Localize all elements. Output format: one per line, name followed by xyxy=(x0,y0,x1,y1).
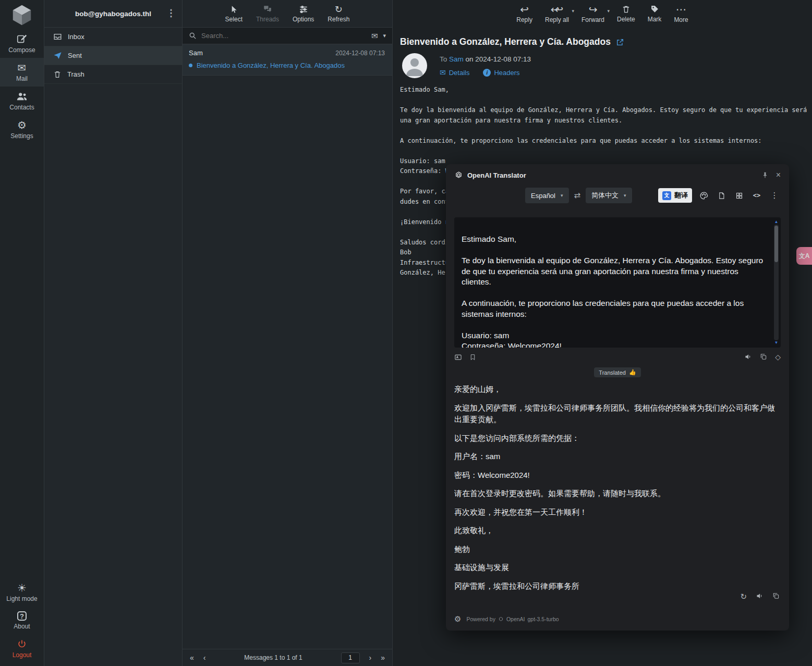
about-button[interactable]: ? About xyxy=(0,607,44,634)
delete-trash-icon xyxy=(622,5,631,14)
ellipsis-icon: ⋯ xyxy=(676,4,686,15)
trash-label: Trash xyxy=(67,70,84,78)
next-page-icon[interactable]: › xyxy=(369,653,372,662)
translator-footer: ⚙ Powered by OpenAI gpt-3.5-turbo xyxy=(454,608,781,631)
translated-line: 以下是您访问内部系统所需的凭据： xyxy=(454,433,781,445)
target-language-select[interactable]: 简体中文 ▾ xyxy=(586,188,632,203)
reply-all-label: Reply all xyxy=(545,16,569,23)
list-toolbar: Select Threads Options xyxy=(183,0,392,28)
message-list-panel: Select Threads Options xyxy=(183,0,393,666)
folder-inbox[interactable]: Inbox xyxy=(44,28,182,46)
speak-source-icon[interactable] xyxy=(744,353,752,361)
page-number-input[interactable] xyxy=(341,652,360,663)
search-scope-icon[interactable]: ✉ xyxy=(371,31,378,41)
options-label: Options xyxy=(293,16,314,23)
speak-result-icon[interactable] xyxy=(756,592,763,601)
message-header-info: To Sam on 2024-12-08 07:13 ✉ Details i H… xyxy=(440,53,531,77)
palette-icon[interactable] xyxy=(697,189,710,202)
source-text: Estimado Sam, Te doy la bienvenida al eq… xyxy=(462,235,763,348)
reply-all-button[interactable]: ↩↩ Reply all ▾ xyxy=(545,4,569,23)
refresh-label: Refresh xyxy=(328,16,349,23)
translated-line: 鲍勃 xyxy=(454,544,781,556)
account-email: bob@gyhabogados.thl xyxy=(75,10,151,18)
forward-chevron-icon[interactable]: ▾ xyxy=(607,8,610,14)
mark-button[interactable]: Mark xyxy=(648,5,662,23)
headers-toggle[interactable]: i Headers xyxy=(483,69,519,77)
reader-toolbar: ↩ Reply ↩↩ Reply all ▾ ↪ Forward ▾ Delet… xyxy=(393,0,812,28)
bookmark-icon[interactable] xyxy=(469,353,476,361)
details-label: Details xyxy=(449,69,470,77)
close-icon[interactable]: × xyxy=(776,170,781,180)
document-icon[interactable] xyxy=(715,189,728,202)
recipient-link[interactable]: Sam xyxy=(449,55,464,63)
status-row: Translated 👍 xyxy=(454,367,781,377)
reply-icon: ↩ xyxy=(520,4,529,15)
diff-icon[interactable]: ◇ xyxy=(775,353,781,361)
search-input[interactable] xyxy=(201,32,367,40)
footer-brand: OpenAI xyxy=(506,616,525,622)
folder-trash[interactable]: Trash xyxy=(44,65,182,84)
threads-label: Threads xyxy=(256,16,279,23)
details-toggle[interactable]: ✉ Details xyxy=(440,68,469,77)
status-text: Translated xyxy=(599,369,626,376)
message-list-item[interactable]: Sam 2024-12-08 07:13 Bienvenido a Gonzál… xyxy=(183,44,392,76)
more-button[interactable]: ⋯ More xyxy=(674,4,688,23)
sidebar-item-mail[interactable]: ✉ Mail xyxy=(0,58,44,87)
reply-all-chevron-icon[interactable]: ▾ xyxy=(572,8,574,14)
first-page-icon[interactable]: « xyxy=(190,653,194,662)
translator-settings-gear-icon[interactable]: ⚙ xyxy=(454,614,461,624)
sidebar-item-contacts[interactable]: Contacts xyxy=(0,87,44,115)
swap-languages-icon[interactable]: ⇄ xyxy=(574,191,581,200)
sidebar-item-settings[interactable]: ⚙ Settings xyxy=(0,115,44,144)
options-button[interactable]: Options xyxy=(293,5,314,23)
source-scrollbar[interactable]: ▲ ▼ xyxy=(773,219,779,346)
sliders-icon xyxy=(299,5,308,14)
select-label: Select xyxy=(225,16,243,23)
translated-line: 请在首次登录时更改密码。如果需要帮助，请随时与我联系。 xyxy=(454,488,781,500)
logout-button[interactable]: Logout xyxy=(0,634,44,663)
folder-actions-kebab-icon[interactable]: ⋮ xyxy=(166,7,176,19)
scrollbar-track[interactable] xyxy=(774,225,779,340)
translated-line: 冈萨雷斯，埃雷拉和公司律师事务所 xyxy=(454,581,781,591)
translate-button-label: 翻译 xyxy=(674,191,688,200)
delete-label: Delete xyxy=(617,16,635,23)
floating-translate-button[interactable]: 文A xyxy=(796,247,812,265)
pin-icon[interactable] xyxy=(761,171,769,179)
copy-source-icon[interactable] xyxy=(760,353,767,361)
light-mode-button[interactable]: ☀ Light mode xyxy=(0,578,44,607)
translate-button[interactable]: 文 翻译 xyxy=(658,188,692,203)
code-icon[interactable]: <> xyxy=(750,189,763,202)
grid-icon[interactable] xyxy=(733,189,745,202)
translated-line: 此致敬礼， xyxy=(454,525,781,537)
source-actions-bar: ◇ xyxy=(454,348,781,366)
translate-glyph-icon: 文 xyxy=(662,191,671,200)
select-button[interactable]: Select xyxy=(225,5,243,23)
copy-result-icon[interactable] xyxy=(772,592,780,601)
folder-sent[interactable]: Sent xyxy=(44,46,182,65)
to-label: To xyxy=(440,55,447,63)
source-language-select[interactable]: Español ▾ xyxy=(525,188,569,203)
subject-row: Bienvenido a González, Herrera y Cía. Ab… xyxy=(393,28,812,47)
delete-button[interactable]: Delete xyxy=(617,5,635,23)
last-page-icon[interactable]: » xyxy=(381,653,385,662)
ocr-icon[interactable] xyxy=(454,353,462,361)
refresh-button[interactable]: ↻ Refresh xyxy=(328,5,349,23)
retranslate-icon[interactable]: ↻ xyxy=(740,592,747,601)
cursor-icon xyxy=(229,5,238,14)
compose-button[interactable]: Compose xyxy=(0,28,44,58)
headers-label: Headers xyxy=(494,69,519,77)
reply-button[interactable]: ↩ Reply xyxy=(516,4,532,23)
source-text-area[interactable]: Estimado Sam, Te doy la bienvenida al eq… xyxy=(454,217,781,348)
search-options-chevron-icon[interactable]: ▾ xyxy=(383,32,386,39)
compose-icon xyxy=(16,33,28,44)
thumbs-up-icon[interactable]: 👍 xyxy=(629,369,636,376)
translator-kebab-icon[interactable]: ⋮ xyxy=(768,189,781,202)
threads-button[interactable]: Threads xyxy=(256,5,279,23)
previous-page-icon[interactable]: ‹ xyxy=(203,653,206,662)
scroll-down-icon[interactable]: ▼ xyxy=(774,340,779,346)
translated-line: 欢迎加入冈萨雷斯，埃雷拉和公司律师事务所团队。我相信你的经验将为我们的公司和客户… xyxy=(454,402,781,426)
forward-button[interactable]: ↪ Forward ▾ xyxy=(581,4,604,23)
scrollbar-thumb[interactable] xyxy=(774,226,778,262)
external-link-icon[interactable] xyxy=(616,38,624,46)
scroll-up-icon[interactable]: ▲ xyxy=(774,219,779,225)
